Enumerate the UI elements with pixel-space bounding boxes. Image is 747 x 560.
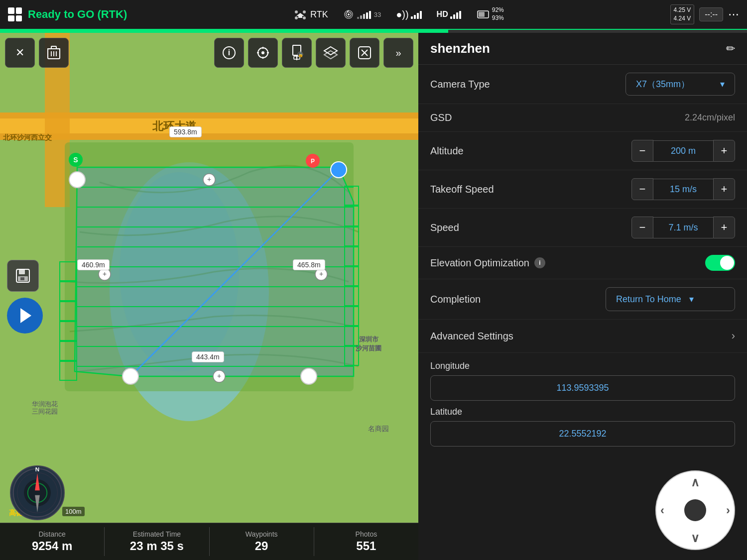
altitude-value: 200 m	[653, 140, 713, 162]
longitude-section: Longitude 113.9593395 Latitude 22.555219…	[418, 353, 747, 460]
completion-dropdown[interactable]: Return To Home ▾	[606, 287, 735, 311]
landmark-icon: 🔒	[290, 44, 304, 61]
svg-point-46	[331, 162, 347, 178]
advanced-settings-label: Advanced Settings	[430, 331, 513, 342]
svg-point-1	[303, 10, 306, 13]
play-button[interactable]	[7, 298, 43, 334]
info-button[interactable]: i	[214, 38, 244, 68]
svg-text:深圳市: 深圳市	[359, 336, 379, 343]
top-bar: Ready to GO (RTK) RTK	[0, 0, 747, 30]
toggle-thumb	[720, 256, 734, 270]
svg-point-47	[123, 368, 138, 384]
landmark-button[interactable]: 🔒	[282, 38, 312, 68]
compass-svg: N	[11, 465, 64, 520]
completion-row: Completion Return To Home ▾	[418, 279, 747, 320]
signal-icon	[343, 9, 354, 19]
svg-point-6	[348, 13, 350, 15]
takeoff-speed-decrease-button[interactable]: −	[631, 178, 653, 200]
altitude-increase-button[interactable]: +	[713, 140, 735, 162]
progress-bar	[0, 30, 747, 33]
svg-text:🔒: 🔒	[298, 52, 304, 58]
longitude-input[interactable]: 113.9593395	[430, 375, 735, 401]
distance-label-2: 460.9m	[77, 259, 110, 270]
stat-waypoints: Waypoints 29	[210, 527, 314, 556]
distance-label-1: 593.8m	[169, 126, 202, 137]
joystick-left-button[interactable]: ‹	[660, 503, 664, 517]
layers-button[interactable]	[316, 38, 346, 68]
bottom-stats: Distance 9254 m Estimated Time 23 m 35 s…	[0, 523, 418, 560]
locate-icon	[256, 46, 270, 60]
storage-icon	[476, 9, 490, 20]
minus-icon: −	[639, 221, 646, 234]
save-button[interactable]	[7, 260, 39, 292]
joystick-center[interactable]	[684, 499, 706, 521]
grid-menu-icon[interactable]	[8, 7, 22, 21]
speed-row: Speed − 7.1 m/s +	[418, 209, 747, 247]
latitude-input[interactable]: 22.5552192	[430, 421, 735, 447]
layers-icon	[323, 46, 338, 60]
time-label: Estimated Time	[133, 530, 181, 538]
advanced-settings-row[interactable]: Advanced Settings ›	[418, 320, 747, 353]
signal-bars	[357, 10, 371, 19]
waypoints-value: 29	[255, 539, 268, 553]
map-area[interactable]: + + + + S P 北环大道 北环沙河西立交 深圳市 沙河苗圃 名商园 华润…	[0, 33, 418, 560]
altitude-decrease-button[interactable]: −	[631, 140, 653, 162]
plus-icon: +	[721, 221, 728, 234]
speed-increase-button[interactable]: +	[713, 217, 735, 238]
timer-display: --:--	[699, 7, 723, 21]
elevation-row: Elevation Optimization i	[418, 247, 747, 279]
minus-icon: −	[639, 183, 646, 196]
delete-button[interactable]	[39, 38, 69, 68]
completion-label: Completion	[430, 294, 481, 305]
more-map-button[interactable]: »	[383, 38, 413, 68]
drone-icon	[293, 9, 307, 20]
close-button[interactable]: ✕	[5, 38, 35, 68]
chevron-down-icon: ▾	[720, 79, 725, 90]
elevation-info-button[interactable]: i	[534, 257, 545, 268]
svg-text:名商园: 名商园	[368, 425, 389, 433]
svg-text:N: N	[35, 466, 39, 472]
speed-decrease-button[interactable]: −	[631, 217, 653, 238]
longitude-label: Longitude	[430, 361, 735, 371]
photos-value: 551	[356, 539, 376, 553]
storage-indicator: 92% 93%	[476, 6, 504, 22]
elevation-label: Elevation Optimization	[430, 257, 529, 269]
progress-fill	[0, 30, 448, 33]
distance-label: Distance	[38, 530, 65, 538]
svg-text:+: +	[207, 175, 211, 183]
mission-name: shenzhen	[430, 41, 490, 56]
erase-button[interactable]	[350, 38, 379, 68]
speed-label: Speed	[430, 222, 459, 233]
joystick-right-button[interactable]: ›	[726, 503, 730, 517]
camera-type-row: Camera Type X7（35mm） ▾	[418, 65, 747, 104]
joystick-up-button[interactable]: ∧	[691, 475, 700, 489]
waypoints-label: Waypoints	[246, 530, 278, 538]
joystick-down-button[interactable]: ∨	[691, 531, 700, 545]
stat-time: Estimated Time 23 m 35 s	[105, 527, 209, 556]
latitude-label: Latitude	[430, 407, 735, 417]
save-icon	[15, 268, 30, 283]
camera-type-dropdown[interactable]: X7（35mm） ▾	[625, 73, 735, 96]
plus-icon: +	[721, 144, 728, 157]
svg-text:三间花园: 三间花园	[32, 408, 58, 415]
camera-type-label: Camera Type	[430, 79, 490, 90]
svg-marker-96	[20, 308, 31, 323]
edit-button[interactable]: ✏	[726, 42, 735, 55]
joystick-outer: ∧ ∨ ‹ ›	[655, 470, 735, 550]
locate-button[interactable]	[248, 38, 278, 68]
svg-text:华润泡花: 华润泡花	[32, 400, 58, 408]
more-menu-button[interactable]: ⋯	[728, 8, 739, 21]
battery-percentages: 92% 93%	[492, 6, 504, 22]
takeoff-speed-value: 15 m/s	[653, 179, 713, 200]
takeoff-speed-row: Takeoff Speed − 15 m/s +	[418, 170, 747, 209]
transmission-indicator: ●))	[396, 9, 421, 20]
trash-icon	[47, 45, 60, 60]
svg-text:+: +	[103, 270, 107, 278]
gsd-value: 2.24cm/pixel	[685, 112, 735, 123]
nav-joystick: ∧ ∨ ‹ ›	[655, 470, 735, 550]
elevation-toggle[interactable]	[705, 255, 735, 271]
voltage-display: 4.25 V 4.24 V	[670, 4, 695, 24]
takeoff-speed-increase-button[interactable]: +	[713, 178, 735, 200]
gsd-row: GSD 2.24cm/pixel	[418, 104, 747, 132]
svg-text:北环沙河西立交: 北环沙河西立交	[2, 133, 52, 141]
